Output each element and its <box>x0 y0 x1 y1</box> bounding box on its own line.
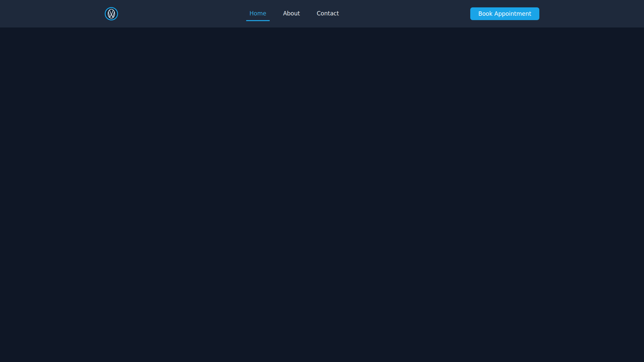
nav-link-contact[interactable]: Contact <box>313 7 342 21</box>
nav-link-about[interactable]: About <box>280 7 303 21</box>
book-appointment-button[interactable]: Book Appointment <box>470 7 539 20</box>
vw-roundel-icon <box>105 7 118 20</box>
page-content <box>0 27 644 362</box>
top-navbar: Home About Contact Book Appointment <box>0 0 644 27</box>
brand-logo-link[interactable] <box>105 7 118 20</box>
main-nav: Home About Contact <box>246 7 342 21</box>
nav-link-home[interactable]: Home <box>246 7 270 21</box>
page: Home About Contact Book Appointment <box>0 0 644 362</box>
